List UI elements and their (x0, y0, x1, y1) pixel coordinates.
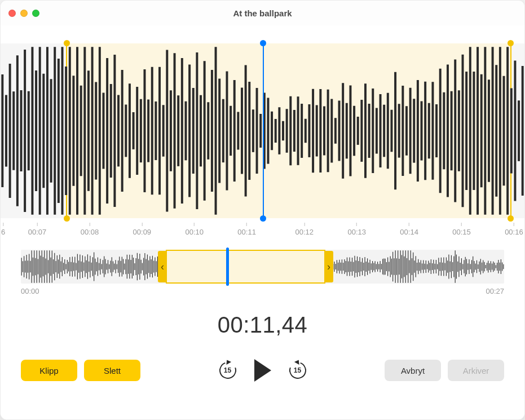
overview-start-label: 00:00 (21, 287, 39, 295)
play-icon (254, 359, 271, 382)
time-tick: 00:15 (452, 223, 471, 236)
main-waveform[interactable] (1, 43, 524, 218)
trim-button[interactable]: Klipp (21, 360, 77, 381)
playhead-handle-icon[interactable] (260, 215, 266, 222)
time-tick: 00:08 (81, 223, 99, 236)
save-button[interactable]: Arkiver (448, 360, 504, 381)
overview-trim-left-icon[interactable]: ‹ (158, 251, 167, 282)
window-title: At the ballpark (1, 8, 524, 18)
cancel-button[interactable]: Avbryt (385, 360, 441, 381)
transport-controls: 15 15 (147, 359, 378, 382)
time-tick: 00:14 (400, 223, 418, 236)
overview-end-label: 00:27 (486, 287, 504, 295)
titlebar: At the ballpark (1, 1, 524, 25)
fullscreen-icon[interactable] (32, 10, 39, 17)
timecode-display: 00:11,44 (1, 312, 524, 338)
time-tick: 00:10 (185, 223, 204, 236)
minimize-icon[interactable] (20, 10, 28, 17)
overview-selection[interactable]: ‹ › (166, 250, 325, 284)
playhead-handle-icon[interactable] (260, 40, 266, 46)
skip-back-button[interactable]: 15 (218, 361, 237, 380)
time-tick: 00:13 (347, 223, 366, 236)
close-icon[interactable] (8, 10, 16, 17)
overview-playhead[interactable] (226, 247, 229, 286)
time-ruler: 600:0700:0800:0900:1000:1100:1200:1300:1… (1, 223, 524, 240)
skip-forward-button[interactable]: 15 (288, 361, 307, 380)
app-window: At the ballpark 600:0700:0800:0900:1000:… (0, 0, 525, 420)
delete-button[interactable]: Slett (84, 360, 140, 381)
time-tick: 00:12 (295, 223, 314, 236)
playhead[interactable] (263, 43, 264, 218)
skip-forward-15-icon: 15 (288, 361, 307, 380)
action-buttons: Avbryt Arkiver (385, 360, 504, 381)
time-tick: 00:09 (133, 223, 152, 236)
overview-waveform[interactable]: ‹ › (21, 250, 504, 284)
time-tick: 00:16 (505, 223, 523, 236)
time-tick: 00:07 (28, 223, 47, 236)
overview-trim-right-icon[interactable]: › (324, 251, 333, 282)
overview-ruler: 00:00 00:27 (21, 287, 504, 295)
play-button[interactable] (254, 359, 271, 382)
time-tick: 00:11 (237, 223, 256, 236)
toolbar: Klipp Slett 15 15 (1, 359, 524, 402)
skip-back-15-icon: 15 (218, 361, 237, 380)
content-area: 600:0700:0800:0900:1000:1100:1200:1300:1… (1, 25, 524, 419)
window-controls (8, 10, 39, 17)
time-tick: 6 (1, 223, 5, 236)
